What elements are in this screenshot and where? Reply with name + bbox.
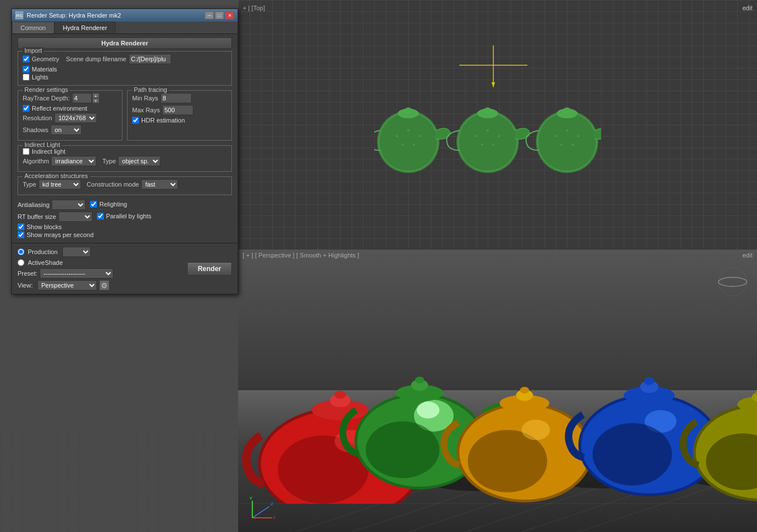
svg-point-15 [484,108,491,112]
render-button[interactable]: Render [187,262,232,276]
svg-point-21 [536,111,598,173]
bottom-controls: Production ActiveShade Preset: ---------… [18,247,232,290]
show-mrays-row: Show mrays per second [18,231,232,238]
raytrace-up[interactable]: ▲ [92,93,99,98]
render-setup-dialog: RS Render Setup: Hydra Render mk2 ─ □ ✕ … [11,9,238,294]
indirect-light-group: Indirect Light Indirect light Algorithm … [18,145,232,172]
tab-common[interactable]: Common [12,22,54,33]
show-blocks-checkbox[interactable] [18,223,24,230]
dialog-titlebar[interactable]: RS Render Setup: Hydra Render mk2 ─ □ ✕ [12,9,238,22]
production-radio[interactable] [18,248,24,255]
production-label: Production [28,248,58,255]
view-label: View: [18,282,33,289]
rt-buffer-row: RT buffer size Parallel by lights [18,212,232,222]
show-blocks-label: Show blocks [27,223,62,230]
accel-type-label: Type [23,181,36,188]
dialog-icon: RS [15,11,23,19]
raytrace-label: RayTrace Depth: [23,95,70,102]
hdr-row: HDR estimation [132,117,227,124]
activeshade-row: ActiveShade [18,259,187,266]
parallel-right: Parallel by lights [97,212,151,221]
accel-group-label: Acceleration structures [23,172,90,179]
accel-type-select[interactable]: kd tree [39,179,81,189]
tab-hydra-renderer[interactable]: Hydra Renderer [54,22,116,33]
svg-point-16 [475,135,477,137]
type-label: Type [102,158,116,164]
render-settings-group: Render settings RayTrace Depth: ▲ ▼ Refl… [18,90,122,141]
type-select[interactable]: object sp. [118,156,160,166]
axis-indicator: Z X Y [247,495,275,523]
svg-point-55 [415,377,424,383]
indirect-light-row: Indirect light [23,148,227,155]
antialiasing-left: Antialiasing [18,200,86,210]
construction-select[interactable]: fast [141,179,178,189]
geometry-checkbox[interactable] [23,56,29,62]
raytrace-row: RayTrace Depth: ▲ ▼ [23,93,117,103]
svg-text:Z: Z [270,501,273,506]
dialog-tabs: Common Hydra Renderer [12,22,238,34]
relighting-right: Relighting [90,200,127,209]
indirect-light-group-label: Indirect Light [23,141,62,148]
hdr-checkbox[interactable] [132,117,139,124]
indirect-light-label: Indirect light [32,148,65,155]
algorithm-select[interactable]: irradiance [51,156,96,166]
algorithm-row: Algorithm irradiance Type object sp. [23,156,227,166]
reflect-env-checkbox[interactable] [23,105,29,112]
svg-line-77 [252,506,269,518]
close-button[interactable]: ✕ [225,11,234,19]
svg-point-6 [405,108,412,112]
preset-select[interactable]: -------------------- [40,268,113,278]
materials-checkbox[interactable] [23,66,29,73]
titlebar-left: RS Render Setup: Hydra Render mk2 [15,11,121,19]
settings-row: Render settings RayTrace Depth: ▲ ▼ Refl… [18,90,232,145]
lights-checkbox[interactable] [23,74,29,81]
raytrace-spinner: ▲ ▼ [72,93,99,103]
svg-point-29 [572,143,574,146]
svg-point-9 [418,135,421,137]
shadows-row: Shadows on off [23,125,117,135]
rt-buffer-select[interactable] [58,212,92,222]
maximize-button[interactable]: □ [215,11,224,19]
resolution-select[interactable]: 1024x768 [54,113,97,123]
relighting-checkbox[interactable] [90,201,97,208]
svg-point-51 [417,402,439,419]
raytrace-input[interactable] [72,93,92,103]
show-mrays-checkbox[interactable] [18,231,24,238]
max-rays-input[interactable] [162,105,193,115]
raytrace-down[interactable]: ▼ [92,98,99,103]
minimize-button[interactable]: ─ [205,11,214,19]
viewport-top[interactable]: edit [238,0,757,250]
min-rays-input[interactable] [160,93,192,103]
render-mode-row: Production [18,247,187,257]
view-select[interactable]: Perspective [37,280,97,290]
activeshade-radio[interactable] [18,259,24,266]
import-group: Import Geometry Scene dump filename Mate… [18,51,232,86]
svg-point-28 [560,143,563,146]
antialiasing-select[interactable] [52,200,86,210]
production-select[interactable] [62,247,91,257]
section-header: Hydra Renderer [18,37,232,49]
indirect-light-checkbox[interactable] [23,148,29,155]
shadows-select[interactable]: on off [50,125,82,135]
relighting-label: Relighting [99,201,127,208]
construction-label: Construction mode [87,181,139,188]
lights-row: Lights [23,74,227,81]
view-options-button[interactable]: ⚙ [99,280,109,290]
reflect-env-label: Reflect environment [32,105,87,112]
view-row: View: Perspective ⚙ [18,280,187,290]
left-panel-bottom [0,425,238,532]
svg-point-18 [498,135,500,137]
svg-point-12 [456,111,519,173]
resolution-label: Resolution [23,115,52,121]
geometry-label: Geometry [32,56,59,62]
svg-point-7 [396,135,398,137]
parallel-label: Parallel by lights [106,213,151,219]
scene-dump-input[interactable] [129,54,171,64]
parallel-checkbox[interactable] [97,213,104,219]
svg-text:X: X [273,515,275,520]
viewport-bottom[interactable]: [ + ] [ Perspective ] [ Smooth + Highlig… [238,250,757,532]
svg-point-66 [593,423,672,485]
hdr-label: HDR estimation [141,117,185,124]
svg-point-69 [644,377,654,385]
scene-dump-label: Scene dump filename [66,56,126,62]
